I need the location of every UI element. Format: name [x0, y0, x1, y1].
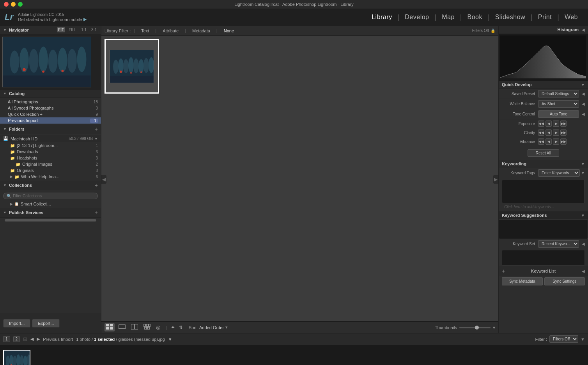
- nav-opt-fit[interactable]: FIT: [57, 27, 65, 32]
- thumbnail-size-slider[interactable]: [459, 327, 491, 328]
- nav-opt-3to1[interactable]: 3:1: [90, 27, 98, 32]
- keyword-list-add[interactable]: +: [502, 268, 505, 274]
- page-num-1[interactable]: 1: [3, 336, 10, 342]
- nav-develop[interactable]: Develop: [399, 14, 434, 21]
- keywording-header[interactable]: Keywording ▼: [499, 160, 588, 168]
- import-button[interactable]: Import...: [3, 319, 30, 328]
- white-balance-arrow[interactable]: ◀: [582, 102, 585, 106]
- nav-web[interactable]: Web: [559, 14, 583, 21]
- keyword-suggestions-arrow[interactable]: ▼: [581, 213, 585, 218]
- folders-panel-header[interactable]: ▼ Folders +: [0, 124, 101, 134]
- folder-headshots[interactable]: 📁 Headshots 3: [0, 155, 101, 161]
- histogram-panel-header[interactable]: Histogram ◀: [499, 26, 588, 34]
- nav-print[interactable]: Print: [533, 14, 557, 21]
- nav-slideshow[interactable]: Slideshow: [490, 14, 531, 21]
- sort-icon[interactable]: ⇅: [179, 325, 182, 330]
- filter-status-arrow[interactable]: ▼: [581, 337, 585, 342]
- folder-original-images[interactable]: 📁 Original Images 2: [0, 161, 101, 167]
- publish-services-header[interactable]: ▼ Publish Services +: [0, 208, 101, 218]
- auto-tone-button[interactable]: Auto Tone: [538, 110, 579, 118]
- nav-opt-1to1[interactable]: 1:1: [80, 27, 88, 32]
- view-people[interactable]: ◎: [154, 324, 162, 331]
- filter-attribute[interactable]: Attribute: [159, 28, 182, 33]
- maximize-button[interactable]: [18, 2, 23, 7]
- collection-search-input[interactable]: [13, 194, 94, 198]
- catalog-quick-collection[interactable]: Quick Collection + 9: [0, 111, 101, 117]
- tone-arrow[interactable]: ◀: [582, 112, 585, 116]
- click-add-keywords[interactable]: Click here to add keywords...: [502, 204, 585, 210]
- keyword-set-arrow[interactable]: ◀: [582, 242, 585, 246]
- keyword-list-arrow[interactable]: ◀: [582, 269, 585, 273]
- keyword-textarea[interactable]: [502, 180, 585, 203]
- lock-icon[interactable]: 🔒: [491, 28, 495, 33]
- vibrance-inc[interactable]: ▶: [553, 138, 559, 145]
- publish-add-button[interactable]: +: [95, 209, 98, 216]
- navigator-panel-header[interactable]: ▼ Navigator FIT FILL 1:1 3:1: [0, 26, 101, 34]
- nav-book[interactable]: Book: [462, 14, 488, 21]
- hd-arrow[interactable]: ▼: [94, 137, 98, 141]
- photo-grid-area[interactable]: [101, 36, 498, 321]
- clarity-dec-dec[interactable]: ◀◀: [538, 129, 544, 136]
- view-loupe[interactable]: [117, 323, 127, 331]
- minimize-button[interactable]: [11, 2, 16, 7]
- folders-add-button[interactable]: +: [95, 126, 98, 132]
- clarity-inc-inc[interactable]: ▶▶: [560, 129, 567, 136]
- keyword-tags-dropdown[interactable]: ▼: [581, 171, 585, 175]
- sort-dropdown-arrow[interactable]: ▾: [225, 325, 228, 330]
- macintosh-hd[interactable]: 💾 Macintosh HD 50.3 / 999 GB ▼: [0, 135, 101, 142]
- close-button[interactable]: [4, 2, 9, 7]
- saved-preset-select[interactable]: Default Settings: [538, 90, 579, 97]
- right-panel-toggle[interactable]: ▶: [493, 175, 498, 184]
- histogram-arrow[interactable]: ◀: [582, 28, 585, 32]
- nav-library[interactable]: Library: [366, 14, 397, 21]
- keyword-suggestions-header[interactable]: Keyword Suggestions ▼: [499, 211, 588, 220]
- folder-downloads[interactable]: 📁 Downloads 3: [0, 149, 101, 155]
- reset-all-button[interactable]: Reset All: [528, 149, 559, 157]
- folder-originals[interactable]: 📁 Originals 3: [0, 167, 101, 174]
- collection-search[interactable]: 🔍: [3, 193, 98, 199]
- view-survey[interactable]: [142, 323, 152, 331]
- saved-preset-arrow[interactable]: ◀: [582, 92, 585, 96]
- clarity-inc[interactable]: ▶: [553, 129, 559, 136]
- filmstrip-thumbnail-1[interactable]: [3, 350, 30, 365]
- photo-dropdown[interactable]: ▼: [168, 337, 172, 342]
- catalog-all-photos[interactable]: All Photographs 18: [0, 99, 101, 105]
- vibrance-inc-inc[interactable]: ▶▶: [560, 138, 567, 145]
- filter-status-select[interactable]: Filters Off: [549, 335, 578, 343]
- filter-none[interactable]: None: [221, 28, 237, 33]
- photo-cell-selected[interactable]: [104, 39, 159, 94]
- filter-metadata[interactable]: Metadata: [189, 28, 213, 33]
- sort-value[interactable]: Added Order: [199, 325, 224, 330]
- keyword-set-select[interactable]: Recent Keywo...: [538, 240, 579, 248]
- vibrance-dec[interactable]: ◀: [545, 138, 552, 145]
- exposure-dec[interactable]: ◀: [545, 120, 552, 127]
- nav-map[interactable]: Map: [436, 14, 460, 21]
- folder-who-we-help[interactable]: ▶ 📁 Who We Help Ima... 6: [0, 174, 101, 180]
- filter-text[interactable]: Text: [138, 28, 152, 33]
- thumbnails-dropdown[interactable]: ▾: [493, 325, 495, 330]
- spray-can-icon[interactable]: ✦: [171, 324, 175, 330]
- view-compare[interactable]: [129, 323, 140, 331]
- exposure-inc[interactable]: ▶: [553, 120, 559, 127]
- exposure-inc-inc[interactable]: ▶▶: [560, 120, 567, 127]
- catalog-synced-photos[interactable]: All Synced Photographs 0: [0, 105, 101, 111]
- nav-opt-fill[interactable]: FILL: [67, 27, 78, 32]
- catalog-panel-header[interactable]: ▼ Catalog: [0, 90, 101, 98]
- prev-nav-button[interactable]: ◀: [30, 337, 34, 342]
- collection-smart[interactable]: ▶ 📋 Smart Collecti...: [0, 201, 101, 207]
- collections-add-button[interactable]: +: [95, 182, 98, 188]
- keywording-arrow[interactable]: ▼: [581, 162, 585, 166]
- clarity-dec[interactable]: ◀: [545, 129, 552, 136]
- collections-panel-header[interactable]: ▼ Collections +: [0, 181, 101, 190]
- quick-develop-arrow[interactable]: ▼: [581, 83, 585, 87]
- page-num-2[interactable]: 2: [13, 336, 20, 342]
- vibrance-dec-dec[interactable]: ◀◀: [538, 138, 544, 145]
- next-nav-button[interactable]: ▶: [37, 337, 40, 342]
- view-grid[interactable]: [104, 323, 115, 331]
- export-button[interactable]: Export...: [32, 319, 60, 328]
- sync-metadata-button[interactable]: Sync Metadata: [502, 277, 543, 285]
- left-panel-toggle[interactable]: ◀: [101, 175, 106, 184]
- grid-squares-icon[interactable]: ⊞: [23, 336, 27, 342]
- sync-settings-button[interactable]: Sync Settings: [544, 277, 585, 285]
- exposure-dec-dec[interactable]: ◀◀: [538, 120, 544, 127]
